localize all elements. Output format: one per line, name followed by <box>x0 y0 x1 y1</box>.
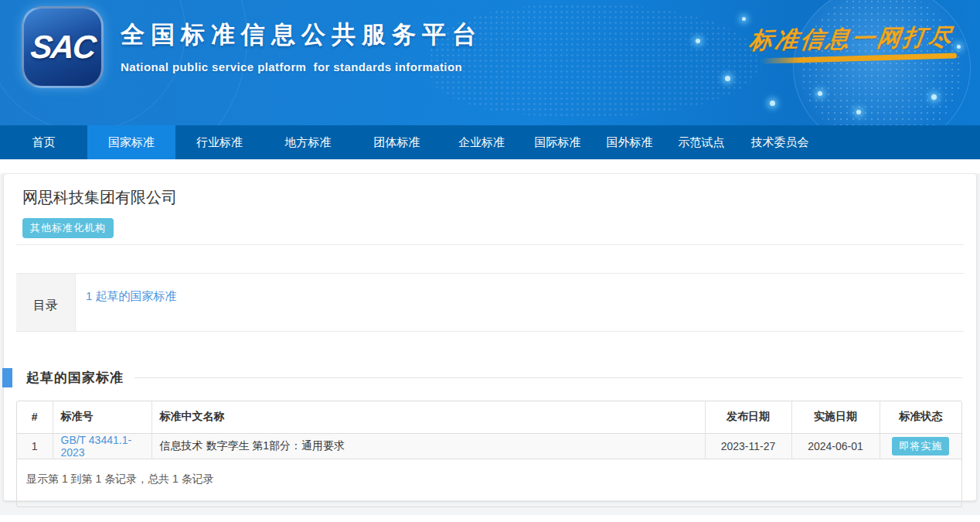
nav-item-foreign-standards[interactable]: 国外标准 <box>594 125 665 159</box>
cell-chinese-name: 信息技术 数字孪生 第1部分：通用要求 <box>151 433 705 459</box>
col-header-publish-date: 发布日期 <box>705 401 791 433</box>
globe-dot-grid <box>801 0 963 125</box>
main-nav-list: 首页 国家标准 行业标准 地方标准 团体标准 企业标准 国际标准 国外标准 示范… <box>0 125 980 159</box>
catalog-links: 1 起草的国家标准 <box>76 274 964 331</box>
site-title-block: 全国标准信息公共服务平台 National public service pla… <box>121 19 482 73</box>
nav-item-enterprise-standards[interactable]: 企业标准 <box>441 125 522 159</box>
col-header-standard-no: 标准号 <box>53 401 151 433</box>
org-name: 网思科技集团有限公司 <box>22 187 964 208</box>
nav-item-technical-committees[interactable]: 技术委员会 <box>737 125 822 159</box>
site-header: SAC 全国标准信息公共服务平台 National public service… <box>0 0 980 125</box>
section-header: 起草的国家标准 <box>4 367 962 387</box>
decor-dot <box>742 17 746 21</box>
decor-dot <box>957 45 961 49</box>
decor-dot <box>818 91 822 96</box>
nav-item-international-standards[interactable]: 国际标准 <box>522 125 594 159</box>
org-header: 网思科技集团有限公司 其他标准化机构 <box>22 187 964 238</box>
nav-item-local-standards[interactable]: 地方标准 <box>264 125 352 159</box>
nav-item-national-standards[interactable]: 国家标准 <box>87 125 175 159</box>
sac-logo-text: SAC <box>29 29 97 66</box>
nav-item-pilot-programs[interactable]: 示范试点 <box>665 125 737 159</box>
record-summary: 显示第 1 到第 1 条记录，总共 1 条记录 <box>17 459 961 507</box>
standards-table: # 标准号 标准中文名称 发布日期 实施日期 标准状态 1 GB/T 43441… <box>17 401 961 459</box>
cell-implement-date: 2024-06-01 <box>791 433 880 459</box>
decor-dot <box>696 39 700 43</box>
table-header-row: # 标准号 标准中文名称 发布日期 实施日期 标准状态 <box>17 401 961 433</box>
table-row: 1 GB/T 43441.1-2023 信息技术 数字孪生 第1部分：通用要求 … <box>17 433 961 459</box>
content-card: 网思科技集团有限公司 其他标准化机构 目录 1 起草的国家标准 起草的国家标准 … <box>3 173 977 501</box>
table-body: 1 GB/T 43441.1-2023 信息技术 数字孪生 第1部分：通用要求 … <box>17 433 961 459</box>
decor-dot <box>931 94 937 100</box>
cell-status: 即将实施 <box>880 433 961 459</box>
status-badge: 即将实施 <box>892 437 949 455</box>
decor-dot <box>725 76 730 81</box>
cell-index: 1 <box>17 433 53 459</box>
site-title: 全国标准信息公共服务平台 <box>121 19 482 51</box>
col-header-chinese-name: 标准中文名称 <box>151 401 705 433</box>
decor-dot <box>856 110 861 114</box>
catalog-box: 目录 1 起草的国家标准 <box>16 273 964 332</box>
slogan-calligraphy: 标准信息一网打尽 <box>747 22 955 57</box>
org-type-badge: 其他标准化机构 <box>22 218 114 238</box>
section-rule <box>134 377 962 378</box>
page-body: 网思科技集团有限公司 其他标准化机构 目录 1 起草的国家标准 起草的国家标准 … <box>0 173 980 515</box>
cell-publish-date: 2023-11-27 <box>705 433 791 459</box>
org-divider <box>16 244 964 245</box>
section-title: 起草的国家标准 <box>26 369 124 387</box>
catalog-label: 目录 <box>16 274 76 331</box>
site-subtitle: National public service platform for sta… <box>121 60 482 73</box>
main-nav: 首页 国家标准 行业标准 地方标准 团体标准 企业标准 国际标准 国外标准 示范… <box>0 125 980 159</box>
col-header-implement-date: 实施日期 <box>791 401 880 433</box>
nav-item-group-standards[interactable]: 团体标准 <box>352 125 441 159</box>
standards-table-container: # 标准号 标准中文名称 发布日期 实施日期 标准状态 1 GB/T 43441… <box>16 401 962 507</box>
catalog-link-drafted-standards[interactable]: 1 起草的国家标准 <box>86 289 177 302</box>
col-header-index: # <box>17 401 53 433</box>
table-header: # 标准号 标准中文名称 发布日期 实施日期 标准状态 <box>17 401 961 433</box>
section-marker <box>2 368 12 387</box>
nav-item-industry-standards[interactable]: 行业标准 <box>175 125 264 159</box>
decor-dot <box>770 101 775 106</box>
col-header-status: 标准状态 <box>880 401 961 433</box>
standard-no-link[interactable]: GB/T 43441.1-2023 <box>61 434 132 459</box>
nav-item-home[interactable]: 首页 <box>0 125 87 159</box>
cell-standard-no: GB/T 43441.1-2023 <box>53 433 151 459</box>
sac-logo[interactable]: SAC <box>22 6 104 88</box>
